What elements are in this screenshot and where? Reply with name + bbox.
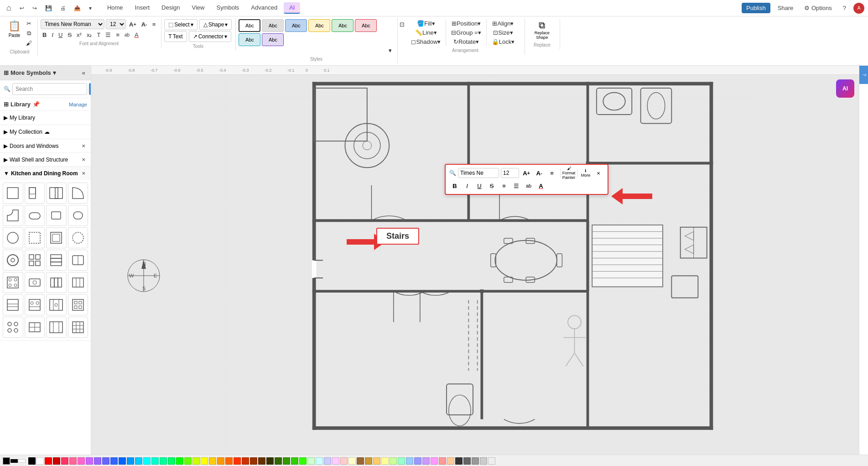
tp-align-btn[interactable]: ≡ — [546, 168, 557, 178]
color-swatch[interactable] — [160, 457, 167, 465]
copy-btn[interactable]: ⧉ — [24, 29, 34, 38]
style-swatch-5[interactable]: Abc — [332, 19, 353, 32]
symbol-item-4[interactable] — [68, 183, 88, 204]
increase-font-btn[interactable]: A+ — [127, 20, 138, 29]
color-swatch[interactable] — [102, 457, 109, 465]
symbol-item-16[interactable] — [68, 250, 88, 271]
symbol-item-2[interactable] — [25, 183, 45, 204]
position-btn[interactable]: ⊞ Position ▾ — [449, 19, 483, 28]
color-swatch[interactable] — [250, 457, 257, 465]
color-swatch[interactable] — [398, 457, 405, 465]
sidebar-collapse-btn[interactable]: « — [80, 68, 87, 77]
color-swatch[interactable] — [234, 457, 241, 465]
tab-advanced[interactable]: Advanced — [245, 2, 283, 14]
tp-strike-btn[interactable]: S — [486, 180, 497, 191]
list2-btn[interactable]: ≡ — [114, 31, 121, 39]
help-btn[interactable]: ? — [839, 3, 850, 13]
print-btn[interactable]: 🖨 — [57, 4, 68, 12]
sidebar-item-my-library[interactable]: ▶ My Library ⧉ + × — [0, 111, 91, 125]
color-swatch[interactable] — [340, 457, 348, 465]
color-swatch[interactable] — [36, 457, 44, 465]
color-swatch[interactable] — [86, 457, 93, 465]
lock-btn[interactable]: 🔒 Lock ▾ — [490, 37, 516, 46]
color-swatch[interactable] — [127, 457, 134, 465]
canvas-wrapper[interactable]: N S E W 🔍 A+ A- ≡ — [100, 75, 859, 455]
style-swatch-7[interactable]: Abc — [239, 33, 260, 46]
color-swatch[interactable] — [422, 457, 430, 465]
style-swatch-1[interactable]: Abc — [239, 19, 260, 32]
tp-underline-btn[interactable]: U — [474, 180, 485, 191]
options-btn[interactable]: ⚙ Options — [800, 3, 835, 13]
color-white[interactable] — [18, 459, 26, 463]
export-btn[interactable]: 📤 — [71, 4, 83, 12]
symbol-item-7[interactable] — [46, 205, 67, 226]
color-swatch[interactable] — [28, 457, 36, 465]
tp-increase-font-btn[interactable]: A+ — [521, 168, 532, 178]
share-btn[interactable]: Share — [774, 3, 797, 13]
doors-windows-close-btn[interactable]: × — [80, 141, 87, 150]
color-swatch[interactable] — [348, 457, 356, 465]
sidebar-item-my-collection[interactable]: ▶ My Collection ☁ ⧉ + × — [0, 125, 91, 139]
color-swatch[interactable] — [69, 457, 77, 465]
shape-btn[interactable]: △ Shape ▾ — [199, 19, 232, 30]
connector-btn[interactable]: ↗ Connector ▾ — [189, 31, 231, 42]
tab-insert[interactable]: Insert — [130, 2, 156, 14]
symbol-item-24[interactable] — [68, 294, 88, 315]
tp-italic-btn[interactable]: I — [462, 180, 473, 191]
color-swatch[interactable] — [258, 457, 265, 465]
superscript-btn[interactable]: x² — [75, 31, 83, 39]
font-size-input[interactable] — [501, 168, 519, 178]
style-swatch-4[interactable]: Abc — [308, 19, 330, 32]
font-size-select[interactable]: 12 — [106, 19, 126, 29]
select-btn[interactable]: ⬚ Select ▾ — [164, 19, 197, 30]
color-swatch[interactable] — [414, 457, 421, 465]
styles-expand-icon[interactable]: ⊡ — [398, 20, 406, 29]
color-swatch[interactable] — [61, 457, 68, 465]
color-swatch[interactable] — [151, 457, 159, 465]
color-swatch[interactable] — [472, 457, 479, 465]
tab-home[interactable]: Home — [102, 2, 129, 14]
paste-btn[interactable]: 📋 Paste — [5, 19, 23, 39]
color-swatch[interactable] — [119, 457, 126, 465]
symbol-item-15[interactable] — [46, 250, 67, 271]
symbol-item-19[interactable] — [46, 272, 67, 293]
font-family-select[interactable]: Times New Roman — [41, 19, 104, 29]
my-library-close-btn[interactable]: × — [80, 113, 87, 122]
my-collection-close-btn[interactable]: × — [80, 127, 87, 136]
color-swatch[interactable] — [168, 457, 175, 465]
color-swatch[interactable] — [332, 457, 339, 465]
line-btn[interactable]: 📏 Line ▾ — [409, 28, 442, 37]
color-swatch[interactable] — [45, 457, 52, 465]
symbol-item-9[interactable] — [3, 227, 23, 248]
color-swatch[interactable] — [299, 457, 307, 465]
tp-collapse-btn[interactable]: × — [593, 168, 604, 178]
ai-badge[interactable]: AI — [836, 79, 854, 98]
list-btn[interactable]: ☰ — [104, 31, 113, 39]
cut-btn[interactable]: ✂ — [24, 19, 34, 28]
color-swatch[interactable] — [242, 457, 249, 465]
tab-design[interactable]: Design — [156, 2, 185, 14]
color-swatch[interactable] — [447, 457, 454, 465]
redo-btn[interactable]: ↪ — [30, 4, 40, 12]
symbol-item-12[interactable] — [68, 227, 88, 248]
color-swatch[interactable] — [431, 457, 438, 465]
bold-btn[interactable]: B — [41, 31, 48, 39]
symbol-item-3[interactable] — [46, 183, 67, 204]
color-swatch[interactable] — [225, 457, 233, 465]
tab-ai[interactable]: AI — [284, 2, 300, 14]
ab-btn[interactable]: ab — [123, 31, 131, 38]
size-btn[interactable]: ⊡ Size ▾ — [490, 28, 516, 37]
underline-btn[interactable]: U — [57, 31, 64, 39]
align-btn[interactable]: ≡ — [151, 20, 158, 29]
my-library-copy-btn[interactable]: ⧉ — [63, 113, 71, 122]
color-swatch[interactable] — [283, 457, 290, 465]
style-swatch-6[interactable]: Abc — [355, 19, 377, 32]
manage-link[interactable]: Manage — [69, 102, 87, 107]
styles-expand-btn[interactable]: ▾ — [387, 46, 394, 55]
rotate-btn[interactable]: ↻ Rotate ▾ — [449, 37, 483, 46]
my-collection-add-btn[interactable]: + — [72, 127, 79, 136]
wall-shell-close-btn[interactable]: × — [80, 155, 87, 164]
more-btn[interactable]: ▾ — [86, 4, 94, 12]
color-swatch[interactable] — [307, 457, 315, 465]
symbol-item-27[interactable] — [46, 317, 67, 338]
